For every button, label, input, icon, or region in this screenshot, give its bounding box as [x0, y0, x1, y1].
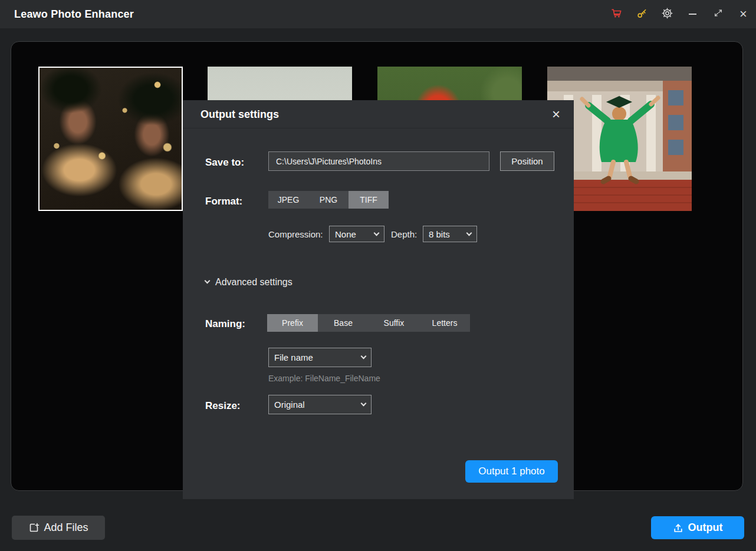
- format-tab-tiff[interactable]: TIFF: [349, 191, 389, 209]
- minimize-button[interactable]: [680, 0, 705, 28]
- dialog-close-button[interactable]: ×: [545, 104, 567, 125]
- settings-button[interactable]: [655, 0, 680, 28]
- maximize-icon: [713, 8, 724, 21]
- maximize-button[interactable]: [705, 0, 731, 28]
- depth-value: 8 bits: [429, 229, 450, 239]
- naming-tab-base[interactable]: Base: [318, 314, 369, 332]
- compression-label: Compression:: [268, 229, 323, 239]
- file-name-select[interactable]: File name: [268, 348, 372, 367]
- close-icon: ×: [739, 8, 747, 21]
- chevron-down-icon: [466, 230, 472, 236]
- save-to-label: Save to:: [205, 157, 244, 169]
- compression-select[interactable]: None: [329, 226, 384, 242]
- title-bar: Leawo Photo Enhancer: [0, 0, 756, 28]
- gear-icon: [661, 7, 673, 22]
- advanced-settings-label: Advanced settings: [215, 277, 292, 288]
- chevron-down-icon: [205, 278, 211, 284]
- format-tab-group: JPEG PNG TIFF: [268, 191, 389, 209]
- depth-select[interactable]: 8 bits: [423, 226, 477, 242]
- dialog-header: Output settings ×: [183, 100, 574, 128]
- close-button[interactable]: ×: [731, 0, 756, 28]
- format-tab-jpeg[interactable]: JPEG: [268, 191, 308, 209]
- naming-tab-group: Prefix Base Suffix Letters: [267, 314, 470, 332]
- naming-label: Naming:: [205, 318, 245, 330]
- output-label: Output: [688, 522, 723, 534]
- save-path-input[interactable]: [268, 151, 489, 171]
- format-tab-png[interactable]: PNG: [308, 191, 349, 209]
- output-button[interactable]: Output: [651, 516, 744, 539]
- add-files-icon: [28, 522, 40, 533]
- naming-example-text: Example: FileName_FileName: [268, 374, 380, 383]
- chevron-down-icon: [361, 401, 367, 407]
- close-icon: ×: [552, 106, 560, 123]
- naming-tab-letters[interactable]: Letters: [419, 314, 470, 332]
- depth-label: Depth:: [391, 229, 417, 239]
- advanced-settings-toggle[interactable]: Advanced settings: [205, 277, 292, 288]
- compression-value: None: [335, 229, 356, 239]
- format-label: Format:: [205, 196, 242, 207]
- app-title: Leawo Photo Enhancer: [14, 0, 134, 28]
- resize-value: Original: [274, 400, 305, 410]
- chevron-down-icon: [361, 354, 367, 359]
- store-cart-button[interactable]: [604, 0, 629, 28]
- position-button[interactable]: Position: [500, 151, 554, 171]
- dialog-title: Output settings: [200, 100, 279, 128]
- resize-label: Resize:: [205, 400, 241, 412]
- file-name-value: File name: [274, 352, 313, 362]
- key-icon: [636, 7, 648, 22]
- output-photo-button[interactable]: Output 1 photo: [465, 460, 558, 483]
- output-settings-dialog: Output settings × Save to: Position Form…: [183, 100, 574, 499]
- naming-tab-suffix[interactable]: Suffix: [369, 314, 419, 332]
- minimize-icon: [689, 14, 696, 15]
- add-files-button[interactable]: Add Files: [12, 516, 105, 540]
- thumbnail-graduation-confetti[interactable]: [38, 67, 183, 211]
- add-files-label: Add Files: [44, 522, 88, 534]
- output-icon: [673, 523, 683, 533]
- titlebar-buttons: ×: [604, 0, 756, 28]
- register-button[interactable]: [629, 0, 655, 28]
- resize-select[interactable]: Original: [268, 395, 372, 414]
- cart-icon: [610, 7, 623, 22]
- app-window: Leawo Photo Enhancer: [0, 0, 756, 551]
- naming-tab-prefix[interactable]: Prefix: [267, 314, 318, 332]
- chevron-down-icon: [374, 230, 380, 236]
